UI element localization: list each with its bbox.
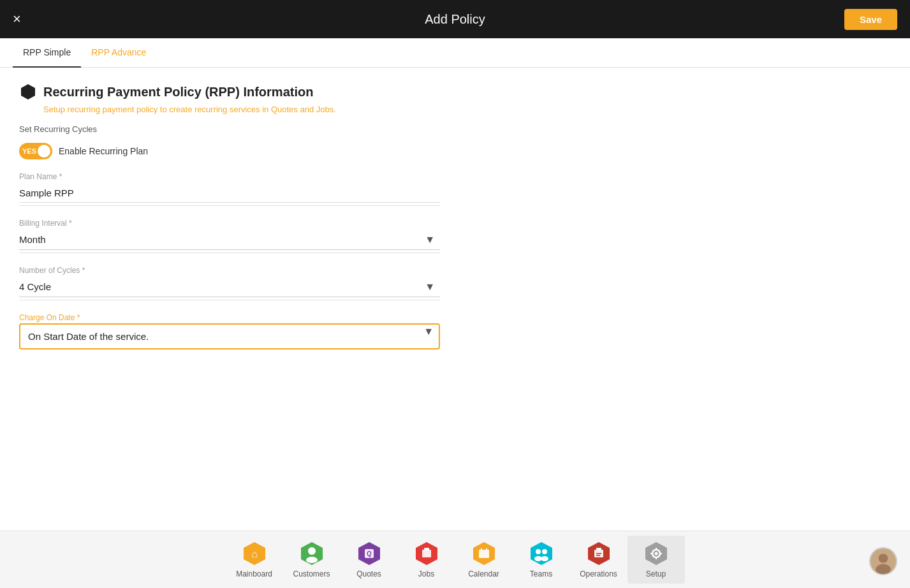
tab-rpp-simple[interactable]: RPP Simple	[13, 38, 81, 68]
toggle-row: YES Enable Recurring Plan	[19, 143, 891, 159]
section-title: Recurring Payment Policy (RPP) Informati…	[43, 85, 313, 99]
svg-point-28	[654, 552, 657, 555]
svg-point-35	[876, 564, 891, 575]
setup-icon	[643, 541, 669, 566]
number-of-cycles-field: Number of Cycles * 4 Cycle ▼	[19, 266, 891, 300]
bottom-nav: ⌂ Mainboard Customers Q Quotes Jobs	[0, 531, 910, 588]
teams-label: Teams	[530, 570, 552, 578]
billing-interval-field: Billing Interval * Month ▼	[19, 219, 891, 253]
nav-item-calendar[interactable]: Calendar	[455, 536, 513, 584]
billing-interval-select-wrapper[interactable]: Month ▼	[19, 230, 440, 250]
charge-date-label: Charge On Date *	[19, 313, 440, 322]
svg-text:⌂: ⌂	[251, 548, 258, 559]
set-recurring-label: Set Recurring Cycles	[19, 124, 891, 134]
svg-rect-10	[422, 550, 431, 557]
customers-label: Customers	[293, 570, 330, 578]
toggle-knob	[38, 145, 50, 158]
nav-item-mainboard[interactable]: ⌂ Mainboard	[226, 536, 283, 584]
avatar[interactable]	[869, 547, 897, 575]
jobs-icon	[414, 541, 439, 566]
avatar-image	[870, 548, 896, 574]
plan-name-input[interactable]	[19, 184, 440, 203]
quotes-icon: Q	[356, 541, 382, 566]
save-button[interactable]: Save	[844, 9, 897, 30]
setup-label: Setup	[646, 570, 666, 578]
section-subtitle: Setup recurring payment policy to create…	[19, 105, 891, 114]
plan-name-label: Plan Name *	[19, 172, 891, 181]
customers-icon	[299, 541, 325, 566]
svg-marker-0	[21, 84, 35, 99]
svg-point-17	[536, 549, 541, 554]
main-content: RPP Simple RPP Advance Recurring Payment…	[0, 38, 910, 531]
header: × Add Policy Save	[0, 0, 910, 38]
quotes-label: Quotes	[356, 570, 381, 578]
billing-interval-arrow-icon: ▼	[425, 234, 435, 246]
billing-interval-value: Month	[19, 234, 46, 245]
toggle-yes-label: YES	[22, 147, 36, 155]
tab-rpp-advance[interactable]: RPP Advance	[81, 38, 156, 68]
number-of-cycles-value: 4 Cycle	[19, 281, 51, 292]
number-of-cycles-label: Number of Cycles *	[19, 266, 891, 275]
teams-icon	[529, 541, 554, 566]
operations-label: Operations	[580, 570, 617, 578]
charge-date-wrapper: Charge On Date * On Start Date of the se…	[19, 313, 440, 349]
plan-name-field: Plan Name *	[19, 172, 891, 206]
number-of-cycles-arrow-icon: ▼	[425, 281, 435, 293]
nav-item-jobs[interactable]: Jobs	[398, 536, 455, 584]
calendar-icon	[471, 541, 497, 566]
rpp-icon	[19, 83, 37, 101]
svg-rect-13	[479, 550, 489, 558]
svg-text:Q: Q	[367, 550, 372, 557]
page-title: Add Policy	[425, 12, 485, 27]
svg-point-18	[542, 549, 547, 554]
close-button[interactable]: ×	[13, 12, 21, 26]
jobs-label: Jobs	[418, 570, 434, 578]
form-area: Recurring Payment Policy (RPP) Informati…	[0, 68, 910, 531]
mainboard-label: Mainboard	[236, 570, 272, 578]
svg-marker-16	[531, 542, 552, 565]
enable-recurring-toggle[interactable]: YES	[19, 143, 52, 159]
operations-icon	[586, 541, 612, 566]
section-header: Recurring Payment Policy (RPP) Informati…	[19, 83, 891, 101]
svg-point-5	[306, 557, 318, 563]
calendar-label: Calendar	[468, 570, 499, 578]
nav-item-customers[interactable]: Customers	[283, 536, 341, 584]
svg-point-34	[879, 554, 888, 563]
svg-rect-23	[596, 548, 601, 550]
mainboard-icon: ⌂	[242, 541, 267, 566]
charge-on-date-field: Charge On Date * On Start Date of the se…	[19, 313, 891, 349]
svg-point-20	[541, 556, 548, 561]
billing-interval-label: Billing Interval *	[19, 219, 891, 228]
charge-date-select[interactable]: On Start Date of the service. On End Dat…	[19, 323, 440, 349]
svg-point-4	[308, 547, 316, 555]
number-of-cycles-select-wrapper[interactable]: 4 Cycle ▼	[19, 277, 440, 297]
nav-item-setup[interactable]: Setup	[627, 536, 685, 584]
toggle-label: Enable Recurring Plan	[59, 146, 148, 156]
nav-item-operations[interactable]: Operations	[570, 536, 627, 584]
tab-bar: RPP Simple RPP Advance	[0, 38, 910, 68]
nav-item-teams[interactable]: Teams	[513, 536, 570, 584]
nav-item-quotes[interactable]: Q Quotes	[341, 536, 398, 584]
svg-rect-11	[424, 548, 429, 550]
